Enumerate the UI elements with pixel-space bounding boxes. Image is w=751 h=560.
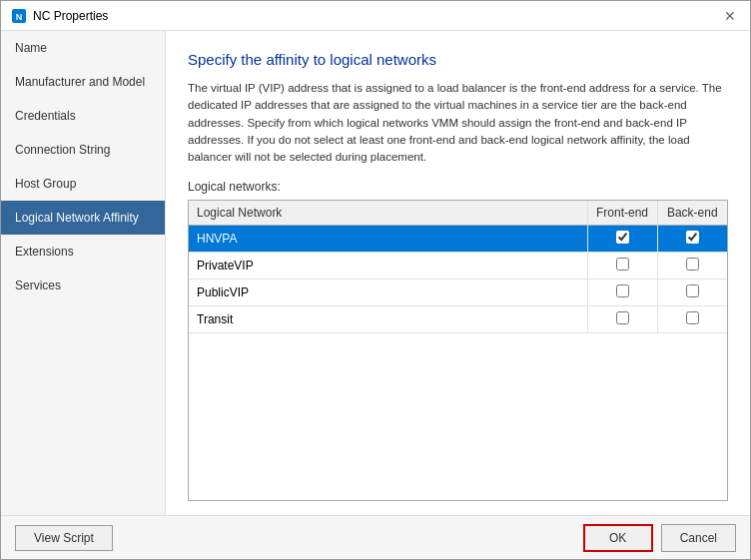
frontend-checkbox[interactable] [616, 231, 629, 244]
dialog-title: NC Properties [33, 9, 108, 23]
table-row[interactable]: PrivateVIP [189, 253, 727, 280]
frontend-checkbox-cell[interactable] [587, 253, 657, 280]
sidebar-item-extensions[interactable]: Extensions [1, 235, 165, 269]
table-row[interactable]: Transit [189, 306, 727, 333]
cancel-button[interactable]: Cancel [661, 524, 736, 552]
logical-networks-table-container: Logical Network Front-end Back-end HNVPA… [188, 200, 728, 501]
backend-checkbox[interactable] [686, 284, 699, 297]
backend-checkbox-cell[interactable] [657, 306, 727, 333]
sidebar-item-credentials[interactable]: Credentials [1, 99, 165, 133]
close-button[interactable]: ✕ [720, 6, 740, 26]
table-row[interactable]: PublicVIP [189, 280, 727, 306]
backend-checkbox-cell[interactable] [657, 253, 727, 280]
backend-checkbox[interactable] [686, 231, 699, 244]
backend-checkbox-cell[interactable] [657, 226, 727, 253]
sidebar-item-logical-network-affinity[interactable]: Logical Network Affinity [1, 201, 165, 235]
table-row[interactable]: HNVPA [189, 226, 727, 253]
sidebar-item-connection-string[interactable]: Connection String [1, 133, 165, 167]
content-title: Specify the affinity to logical networks [188, 51, 728, 68]
logical-networks-table: Logical Network Front-end Back-end HNVPA… [189, 201, 727, 333]
logical-networks-label: Logical networks: [188, 180, 728, 194]
frontend-checkbox-cell[interactable] [587, 280, 657, 306]
network-name-cell: Transit [189, 306, 587, 333]
nc-properties-dialog: N NC Properties ✕ Name Manufacturer and … [0, 0, 751, 560]
title-bar-left: N NC Properties [11, 8, 108, 24]
app-icon: N [11, 8, 27, 24]
sidebar: Name Manufacturer and Model Credentials … [1, 31, 166, 515]
network-name-cell: PrivateVIP [189, 253, 587, 280]
frontend-checkbox[interactable] [616, 258, 629, 271]
svg-text:N: N [16, 12, 23, 22]
frontend-checkbox[interactable] [616, 284, 629, 297]
col-header-backend: Back-end [657, 201, 727, 226]
frontend-checkbox-cell[interactable] [587, 306, 657, 333]
sidebar-item-manufacturer-model[interactable]: Manufacturer and Model [1, 65, 165, 99]
col-header-frontend: Front-end [587, 201, 657, 226]
sidebar-item-services[interactable]: Services [1, 269, 165, 302]
content-description: The virtual IP (VIP) address that is ass… [188, 80, 728, 166]
dialog-body: Name Manufacturer and Model Credentials … [1, 31, 750, 515]
frontend-checkbox[interactable] [616, 311, 629, 324]
backend-checkbox[interactable] [686, 258, 699, 271]
sidebar-item-host-group[interactable]: Host Group [1, 167, 165, 201]
view-script-button[interactable]: View Script [15, 525, 113, 551]
dialog-footer: View Script OK Cancel [1, 515, 750, 559]
content-area: Specify the affinity to logical networks… [166, 31, 750, 515]
network-name-cell: PublicVIP [189, 280, 587, 306]
title-bar: N NC Properties ✕ [1, 1, 750, 31]
ok-button[interactable]: OK [583, 524, 653, 552]
col-header-network: Logical Network [189, 201, 587, 226]
frontend-checkbox-cell[interactable] [587, 226, 657, 253]
footer-left: View Script [15, 525, 113, 551]
footer-right: OK Cancel [583, 524, 736, 552]
backend-checkbox[interactable] [686, 311, 699, 324]
backend-checkbox-cell[interactable] [657, 280, 727, 306]
network-name-cell: HNVPA [189, 226, 587, 253]
sidebar-item-name[interactable]: Name [1, 31, 165, 65]
